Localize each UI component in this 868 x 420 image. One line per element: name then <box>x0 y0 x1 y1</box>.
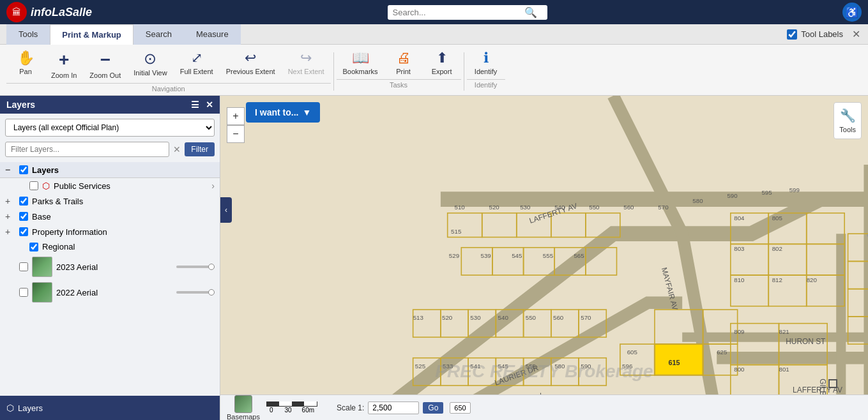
filter-input[interactable] <box>5 142 169 157</box>
property-info-checkbox[interactable] <box>19 227 28 236</box>
filter-button[interactable]: Filter <box>185 142 215 156</box>
regional-label: Regional <box>42 242 75 251</box>
sidebar-menu-icon[interactable]: ☰ <box>191 100 199 110</box>
aerial-2023-item[interactable]: 2023 Aerial <box>0 254 220 280</box>
next-extent-icon: ↪ <box>300 50 312 66</box>
svg-text:520: 520 <box>442 314 453 321</box>
svg-text:529: 529 <box>449 252 459 259</box>
tab-search[interactable]: Search <box>133 24 184 45</box>
basemaps-label: Basemaps <box>227 413 260 421</box>
tool-labels-text: Tool Labels <box>801 29 843 39</box>
layers-tree: − Layers ⬡ Public Services › + Parks & T… <box>0 160 220 396</box>
logo-icon: 🏛 <box>6 2 27 22</box>
svg-text:541: 541 <box>470 363 480 370</box>
next-extent-tool: ↪ Next Extent <box>282 47 331 82</box>
aerial-2023-checkbox[interactable] <box>19 262 28 271</box>
toolbar-navigation-items: ✋ Pan + Zoom In − Zoom Out ⊙ Initial Vie… <box>6 47 331 82</box>
zoom-in-label: Zoom In <box>51 71 77 79</box>
map-pan-controls: + − <box>227 102 245 143</box>
svg-text:580: 580 <box>554 363 565 370</box>
parks-trails-expand[interactable]: + <box>5 196 15 206</box>
sidebar-close-icon[interactable]: ✕ <box>206 100 213 110</box>
print-tool[interactable]: 🖨 Print <box>385 47 423 78</box>
property-information-item[interactable]: + Property Information <box>0 224 220 239</box>
tab-print-markup[interactable]: Print & Markup <box>50 24 133 45</box>
parks-trails-checkbox[interactable] <box>19 197 28 206</box>
map-area[interactable]: LAFFERTY AV LAURIER DR MAPLE AV MAYFAIR … <box>220 96 868 420</box>
base-expand[interactable]: + <box>5 211 15 221</box>
public-services-checkbox[interactable] <box>29 181 38 190</box>
header: 🏛 infoLaSalle 🔍 ♿ <box>0 0 868 24</box>
svg-text:805: 805 <box>772 214 782 221</box>
svg-text:570: 570 <box>658 204 669 211</box>
initial-view-tool[interactable]: ⊙ Initial View <box>127 47 173 82</box>
property-info-expand[interactable]: + <box>5 227 15 237</box>
export-tool[interactable]: ⬆ Export <box>423 47 461 78</box>
regional-item[interactable]: Regional <box>0 239 220 254</box>
map-zoom-out-btn[interactable]: − <box>227 125 245 143</box>
svg-text:801: 801 <box>779 366 789 373</box>
base-checkbox[interactable] <box>19 212 28 221</box>
parks-trails-item[interactable]: + Parks & Trails <box>0 193 220 209</box>
zoom-in-tool[interactable]: + Zoom In <box>45 47 83 82</box>
go-button[interactable]: Go <box>423 402 443 414</box>
tab-measure[interactable]: Measure <box>184 24 241 45</box>
public-services-label: Public Services <box>54 181 110 191</box>
export-icon: ⬆ <box>436 50 448 66</box>
aerial-2022-checkbox[interactable] <box>19 288 28 297</box>
full-extent-tool[interactable]: ⤢ Full Extent <box>174 47 220 82</box>
sidebar-collapse-arrow[interactable]: ‹ <box>220 197 232 223</box>
basemaps-button[interactable]: Basemaps <box>227 395 260 421</box>
regional-checkbox[interactable] <box>29 243 38 251</box>
search-bar[interactable]: 🔍 <box>388 5 547 20</box>
scale-input[interactable] <box>368 401 419 414</box>
aerial-2022-slider[interactable] <box>176 291 215 294</box>
map-bottom-bar: Basemaps 0 30 60m Scale 1: Go <box>220 394 868 420</box>
svg-text:590: 590 <box>727 192 738 199</box>
initial-view-label: Initial View <box>133 69 167 77</box>
svg-text:595: 595 <box>761 189 772 196</box>
identify-tool[interactable]: ℹ Identify <box>467 47 505 78</box>
pan-tool[interactable]: ✋ Pan <box>6 47 45 82</box>
svg-text:540: 540 <box>554 204 565 211</box>
separator-2 <box>464 52 464 91</box>
dropdown-row: Layers (all except Official Plan) All La… <box>0 114 220 139</box>
aerial-2023-label: 2023 Aerial <box>56 262 98 272</box>
dpi-button[interactable]: 650 <box>450 402 470 414</box>
logo: 🏛 infoLaSalle <box>6 2 92 22</box>
scale-30: 30 <box>284 407 291 414</box>
layer-dropdown[interactable]: Layers (all except Official Plan) All La… <box>5 119 215 137</box>
search-icon: 🔍 <box>524 6 537 19</box>
previous-extent-tool[interactable]: ↩ Previous Extent <box>220 47 282 82</box>
filter-clear-icon[interactable]: ✕ <box>173 144 181 154</box>
tool-labels-checkbox[interactable] <box>787 29 797 40</box>
search-input[interactable] <box>393 8 521 17</box>
bookmarks-tool[interactable]: 📖 Bookmarks <box>337 47 385 78</box>
close-button[interactable]: ✕ <box>852 28 860 40</box>
tools-panel-label: Tools <box>839 126 856 133</box>
scale-line: 0 30 60m <box>270 407 314 414</box>
svg-text:615: 615 <box>669 359 680 366</box>
public-services-arrow[interactable]: › <box>211 181 215 191</box>
svg-text:812: 812 <box>772 276 782 283</box>
base-item[interactable]: + Base <box>0 209 220 224</box>
svg-text:515: 515 <box>451 228 461 235</box>
scale-60m: 60m <box>302 407 314 414</box>
identify-icon: ℹ <box>483 50 489 66</box>
scale-seg-3 <box>292 401 305 406</box>
layers-collapse-icon[interactable]: − <box>5 165 15 175</box>
pan-icon: ✋ <box>17 50 34 66</box>
zoom-out-tool[interactable]: − Zoom Out <box>83 47 127 82</box>
tab-tools[interactable]: Tools <box>6 24 50 45</box>
public-services-item[interactable]: ⬡ Public Services › <box>0 178 220 193</box>
layers-section-checkbox[interactable] <box>19 165 28 174</box>
basemap-icon <box>234 395 252 413</box>
print-icon: 🖨 <box>397 50 411 66</box>
map-zoom-in-btn[interactable]: + <box>227 107 245 125</box>
aerial-2023-slider[interactable] <box>176 266 215 268</box>
zoom-out-icon: − <box>100 50 110 70</box>
accessibility-button[interactable]: ♿ <box>842 3 862 22</box>
aerial-2022-item[interactable]: 2022 Aerial <box>0 280 220 305</box>
i-want-to-button[interactable]: I want to... ▼ <box>246 102 320 123</box>
layers-section-header: − Layers <box>0 162 220 178</box>
